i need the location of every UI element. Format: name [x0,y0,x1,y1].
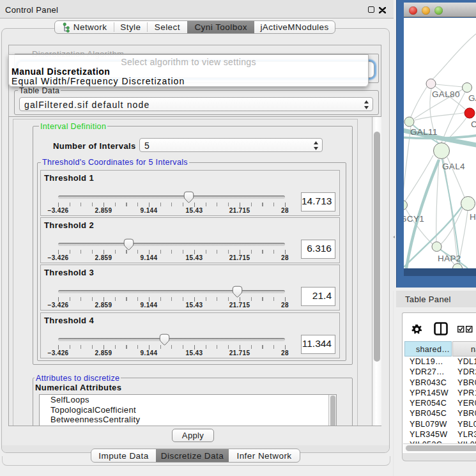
svg-text:H: H [470,212,476,222]
svg-text:GA: GA [468,93,476,103]
svg-text:HAP2: HAP2 [438,254,461,263]
svg-text:GAL11: GAL11 [410,127,438,137]
svg-text:GCY1: GCY1 [404,214,424,224]
svg-text:GAL80: GAL80 [432,89,460,99]
svg-text:GAL4: GAL4 [442,162,465,171]
svg-text:C: C [471,119,476,129]
